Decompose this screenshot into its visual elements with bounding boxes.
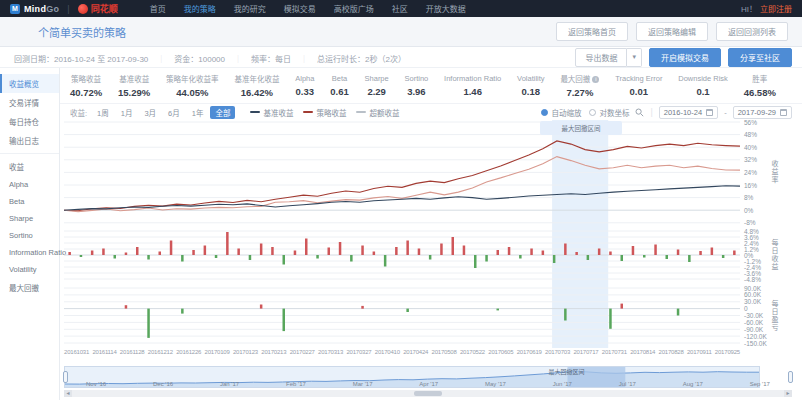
navigator-right-handle[interactable] [788,371,793,383]
nav-item[interactable]: 高校版广场 [334,3,374,14]
zoom-reset-icon[interactable] [635,108,644,117]
navigator-month-label: Feb '17 [286,381,306,387]
metric-value: 40.72% [70,87,102,98]
topnav-user-area: HI！ 立即注册 [741,3,792,14]
sidebar-item[interactable]: 每日持仓 [0,112,59,131]
header-back-button[interactable]: 返回回测列表 [716,22,788,41]
navigator-month-label: Jun '17 [553,381,572,387]
date-from-input[interactable]: 2016-10-24 [659,106,718,119]
param-item: 总运行时长：2秒（2次） [317,55,406,64]
checkbox-label: 对数坐标 [599,107,629,118]
scroll-left-arrow-icon[interactable]: ◄ [64,390,72,397]
nav-item[interactable]: 我的策略 [184,3,216,14]
sidebar-item[interactable]: Information Ratio [0,244,59,261]
sidebar-item[interactable]: Beta [0,193,59,210]
x-tick-label: 20170814 [630,349,655,355]
share-to-community-button[interactable]: 分享至社区 [728,48,792,67]
metric: Sharpe2.29 [365,74,389,97]
metric-value: 44.05% [166,87,219,98]
brand-tonghuashun[interactable]: 同花顺 [91,2,118,15]
chart-option-checkbox[interactable]: 对数坐标 [589,107,629,118]
scrollbar-thumb[interactable] [414,391,442,396]
range-chip[interactable]: 1周 [92,106,114,119]
x-tick-label: 20170410 [375,349,400,355]
x-tick-label: 20170123 [233,349,258,355]
backtest-params: 回测日期：2016-10-24 至 2017-09-30｜资金：100000｜频… [14,48,406,66]
horizontal-scrollbar[interactable]: ◄ ► [64,390,792,397]
page-title: 个简单买卖的策略 [38,24,126,40]
mindgo-logo-icon: M [10,4,20,14]
range-chip[interactable]: 3月 [139,106,161,119]
metric-label: 基准收益 [118,73,150,84]
legend-dash-icon [250,111,260,113]
range-chip[interactable]: 1年 [187,106,209,119]
date-to-input[interactable]: 2017-09-29 [733,106,792,119]
header-back-button[interactable]: 返回策略编辑 [636,22,708,41]
checkbox-dot-icon [589,109,596,116]
legend-label: 超额收益 [369,107,399,118]
export-caret-icon[interactable]: ▾ [627,48,642,67]
navigator-left-handle[interactable] [63,371,68,383]
legend-item[interactable]: 基准收益 [250,107,293,118]
scrollbar-track[interactable] [72,390,784,397]
metric-value: 0.1 [678,86,728,97]
y-tick-label: 56% [744,119,757,126]
header-back-button[interactable]: 返回策略首页 [556,22,628,41]
navigator-month-label: Nov '16 [86,381,106,387]
sidebar-item[interactable]: 收益 [0,157,59,176]
nav-item[interactable]: 我的研究 [234,3,266,14]
param-item: 频率：每日 [251,55,291,64]
x-tick-label: 20170911 [687,349,712,355]
metrics-bar: 策略收益40.72%基准收益15.29%策略年化收益率44.05%基准年化收益1… [60,68,802,104]
metric: 基准年化收益16.42% [234,73,279,98]
metric-value: 3.96 [405,86,429,97]
navigator-month-label: Sep '17 [750,381,770,387]
range-prefix-label: 收益: [70,107,87,118]
x-tick-label: 20170925 [715,349,740,355]
info-icon[interactable]: i [592,76,599,83]
metric: 最大回撤i7.27% [560,73,599,98]
range-chip[interactable]: 1月 [116,106,138,119]
sidebar-item[interactable]: 交易详情 [0,93,59,112]
y-tick-label: 48% [744,131,757,138]
range-chip[interactable]: 6月 [163,106,185,119]
scroll-right-arrow-icon[interactable]: ► [784,390,792,397]
export-button[interactable]: 导出数据 [575,48,627,67]
nav-item[interactable]: 开放大数据 [426,3,466,14]
metric: 基准收益15.29% [118,73,150,98]
range-chip[interactable]: 全部 [210,106,235,119]
sidebar-item[interactable]: Alpha [0,176,59,193]
metric-value: 46.58% [744,87,776,98]
metric: Information Ratio1.46 [444,74,501,97]
calendar-icon [780,109,787,116]
sidebar-item[interactable]: Volatility [0,261,59,278]
date-to-value: 2017-09-29 [738,108,776,117]
chart-controls: 收益: 1周1月3月6月1年全部 基准收益策略收益超额收益 自动缩放对数坐标 |… [60,104,802,120]
x-tick-label: 20170522 [460,349,485,355]
chart-navigator[interactable]: 最大回撤区间 Nov '16Dec '16Jan '17Feb '17Mar '… [64,366,792,388]
x-tick-label: 20170424 [403,349,428,355]
sidebar-item[interactable]: 收益概览 [0,74,59,93]
sidebar-item[interactable]: Sortino [0,227,59,244]
nav-item[interactable]: 模拟交易 [284,3,316,14]
sidebar-item[interactable]: 输出日志 [0,131,59,150]
nav-item[interactable]: 社区 [392,3,408,14]
navigator-drawdown-label: 最大回撤区间 [549,367,585,376]
register-link[interactable]: 立即注册 [760,3,792,14]
metric: Downside Risk0.1 [678,74,728,97]
nav-item[interactable]: 首页 [150,3,166,14]
legend-dash-icon [356,111,366,113]
chart-option-checkbox[interactable]: 自动缩放 [541,107,581,118]
metric-label: 基准年化收益 [234,73,279,84]
greeting-text: HI！ [741,3,757,14]
calendar-icon [706,109,713,116]
start-sim-trade-button[interactable]: 开启模拟交易 [649,48,721,67]
sidebar-item[interactable]: 最大回撤 [0,278,59,297]
sidebar-item[interactable]: Sharpe [0,210,59,227]
metric-value: 7.27% [560,87,599,98]
legend-item[interactable]: 策略收益 [303,107,346,118]
separator: | [650,107,652,117]
main-chart[interactable] [64,120,740,348]
brand-mindgo[interactable]: MindGo [24,4,59,14]
legend-item[interactable]: 超额收益 [356,107,399,118]
